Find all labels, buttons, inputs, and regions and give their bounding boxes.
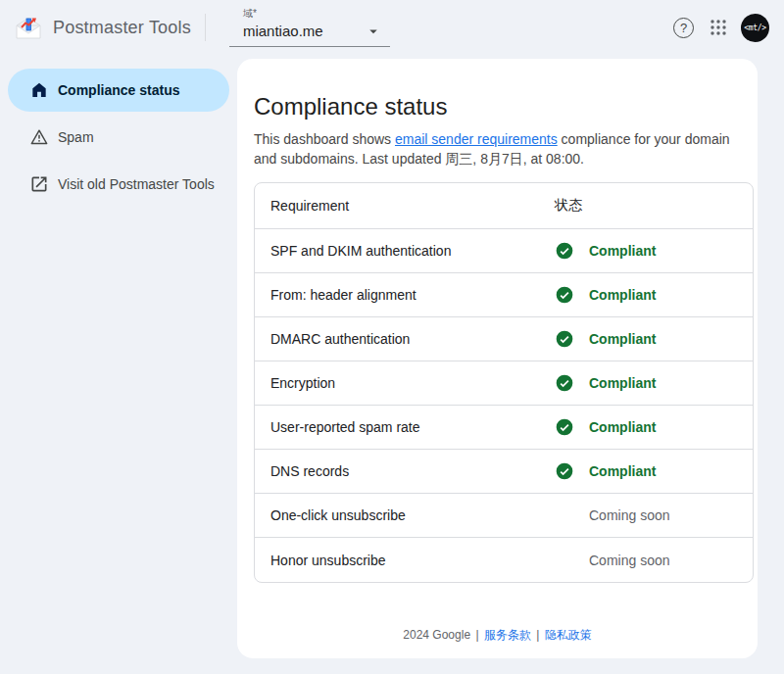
app-header: Postmaster Tools 域* miantiao.me ? <mt/> bbox=[0, 0, 784, 55]
check-circle-icon bbox=[555, 417, 574, 437]
sidebar-item-compliance-status[interactable]: Compliance status bbox=[8, 69, 229, 112]
table-header-row: Requirement 状态 bbox=[255, 183, 753, 229]
status-label: Coming soon bbox=[589, 507, 670, 523]
table-row: From: header alignmentCompliant bbox=[255, 273, 753, 317]
chevron-down-icon bbox=[365, 23, 382, 40]
account-avatar[interactable]: <mt/> bbox=[741, 14, 769, 42]
status-label: Compliant bbox=[589, 331, 656, 347]
sidebar-item-label: Spam bbox=[58, 129, 94, 145]
check-circle-icon bbox=[555, 373, 574, 393]
status-cell: Compliant bbox=[555, 241, 753, 261]
footer: 2024 Google | 服务条款 | 隐私政策 bbox=[237, 627, 758, 644]
requirement-label: SPF and DKIM authentication bbox=[255, 243, 555, 259]
footer-link[interactable]: 服务条款 bbox=[484, 628, 531, 642]
table-row: DMARC authenticationCompliant bbox=[255, 317, 753, 361]
footer-separator: | bbox=[472, 628, 482, 642]
table-row: DNS recordsCompliant bbox=[255, 450, 753, 494]
status-label: Compliant bbox=[589, 287, 656, 303]
status-cell: Compliant bbox=[555, 417, 753, 437]
status-label: Compliant bbox=[589, 243, 656, 259]
sidebar-item-label: Compliance status bbox=[58, 82, 179, 98]
domain-field-label: 域* bbox=[243, 8, 390, 20]
domain-value: miantiao.me bbox=[243, 22, 323, 41]
header-divider bbox=[205, 14, 206, 41]
status-label: Compliant bbox=[589, 375, 656, 391]
table-row: Honor unsubscribeComing soon bbox=[255, 538, 753, 582]
status-cell: Compliant bbox=[555, 461, 753, 481]
footer-link[interactable]: 隐私政策 bbox=[545, 628, 592, 642]
warning-icon bbox=[29, 127, 49, 147]
domain-selector[interactable]: 域* miantiao.me bbox=[229, 3, 390, 52]
check-circle-icon bbox=[555, 285, 574, 305]
help-icon[interactable]: ? bbox=[673, 18, 694, 38]
status-label: Compliant bbox=[589, 463, 656, 479]
page-title: Compliance status bbox=[254, 92, 758, 121]
table-row: User-reported spam rateCompliant bbox=[255, 406, 753, 450]
column-header-status: 状态 bbox=[555, 197, 753, 215]
requirement-label: DMARC authentication bbox=[255, 331, 555, 347]
postmaster-tools-logo-icon bbox=[14, 13, 43, 42]
status-cell: Coming soon bbox=[555, 553, 753, 568]
table-row: EncryptionCompliant bbox=[255, 361, 753, 406]
footer-copyright: 2024 Google bbox=[403, 628, 470, 642]
requirement-label: DNS records bbox=[255, 463, 555, 479]
check-circle-icon bbox=[555, 241, 574, 261]
status-cell: Coming soon bbox=[555, 507, 753, 523]
description-text-before: This dashboard shows bbox=[254, 131, 395, 147]
requirement-label: One-click unsubscribe bbox=[255, 507, 555, 523]
main-content-card: Compliance status This dashboard shows e… bbox=[237, 59, 758, 658]
sidebar-item-spam[interactable]: Spam bbox=[8, 116, 229, 159]
check-circle-icon bbox=[555, 461, 574, 481]
sidebar-nav: Compliance statusSpamVisit old Postmaste… bbox=[0, 55, 237, 210]
status-label: Compliant bbox=[589, 419, 656, 435]
home-icon bbox=[29, 80, 49, 100]
requirement-label: Honor unsubscribe bbox=[255, 553, 555, 568]
domain-select-underline bbox=[229, 46, 390, 47]
page-description: This dashboard shows email sender requir… bbox=[254, 129, 749, 168]
table-row: One-click unsubscribeComing soon bbox=[255, 494, 753, 538]
sidebar-item-visit-old-postmaster-tools[interactable]: Visit old Postmaster Tools bbox=[8, 163, 229, 206]
column-header-requirement: Requirement bbox=[255, 198, 555, 214]
requirement-label: User-reported spam rate bbox=[255, 419, 555, 435]
sidebar-item-label: Visit old Postmaster Tools bbox=[58, 176, 215, 192]
check-circle-icon bbox=[555, 329, 574, 349]
external-link-icon bbox=[29, 174, 49, 194]
compliance-table: Requirement 状态 SPF and DKIM authenticati… bbox=[254, 182, 754, 583]
status-label: Coming soon bbox=[589, 553, 670, 568]
status-cell: Compliant bbox=[555, 373, 753, 393]
apps-grid-icon[interactable] bbox=[710, 19, 727, 36]
status-cell: Compliant bbox=[555, 285, 753, 305]
compliance-table-body: SPF and DKIM authenticationCompliantFrom… bbox=[255, 229, 753, 582]
footer-links-container: 2024 Google | 服务条款 | 隐私政策 bbox=[403, 628, 591, 642]
status-cell: Compliant bbox=[555, 329, 753, 349]
table-row: SPF and DKIM authenticationCompliant bbox=[255, 229, 753, 273]
requirement-label: From: header alignment bbox=[255, 287, 555, 303]
footer-separator: | bbox=[533, 628, 543, 642]
app-title: Postmaster Tools bbox=[53, 18, 191, 38]
email-sender-requirements-link[interactable]: email sender requirements bbox=[395, 131, 558, 147]
requirement-label: Encryption bbox=[255, 375, 555, 391]
